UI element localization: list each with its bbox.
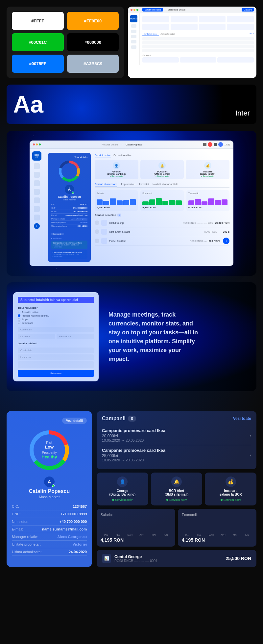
- lbl-apr-e: APR: [218, 534, 228, 536]
- camp-link-2[interactable]: ▸ verde toate: [53, 255, 86, 257]
- comment-field[interactable]: Comentarii: [18, 327, 94, 332]
- risk-label: Risk: [42, 441, 57, 445]
- radio-1[interactable]: Tradati la unitate: [18, 311, 94, 313]
- alert-svc-label: BCR Alert(SMS si E-mail): [155, 489, 199, 496]
- d-yellow: [36, 143, 38, 145]
- info-cic-val: 1234567: [73, 504, 87, 508]
- star-1: [33, 136, 34, 136]
- add-account-btn[interactable]: +: [223, 238, 229, 244]
- george-status: ● Serviciu activ: [97, 175, 136, 177]
- vezidet-btn[interactable]: Your details: [51, 156, 87, 158]
- cic-label: CIC: [51, 203, 55, 205]
- radio-label-4: Selecteaza: [22, 322, 33, 324]
- win-card-5: [142, 24, 169, 30]
- veztoare-link[interactable]: ▸ Vezi toate: [51, 237, 87, 239]
- bar-s6: [130, 199, 136, 205]
- attr-tab-unit[interactable]: Atributele unitatii: [159, 32, 177, 36]
- camp-link-1[interactable]: ▸ verde toate: [53, 246, 86, 248]
- online-dot: [72, 192, 74, 194]
- swatch-white: #FFFF: [12, 12, 64, 30]
- bar-s1: [97, 199, 103, 205]
- tab-active[interactable]: Servicii active: [95, 153, 111, 158]
- act-label: Ultima actualizare: [51, 225, 67, 227]
- win-main: Atributele mele Atributele unitatii Edit…: [140, 13, 256, 65]
- chart-tranz-title: Tranzactii:: [188, 192, 227, 194]
- bcr-full-window: Resurse Umane › Catalin Popescu 14:36 BC…: [30, 141, 233, 266]
- win-card-3: [199, 16, 226, 22]
- radio-3[interactable]: E-open: [18, 318, 94, 321]
- salariu-status-text: Serviciu activ: [224, 498, 241, 502]
- bar-t2: [195, 199, 201, 205]
- alert-status-text: Serviciu activ: [169, 498, 187, 502]
- manager-val: Alexa Georgescu: [71, 218, 87, 220]
- attr-row-4: [142, 49, 254, 52]
- nav-conturi[interactable]: Conturi si accesare: [95, 182, 117, 187]
- from-time[interactable]: De la ora: [18, 334, 55, 339]
- salariu-bars: [97, 196, 136, 205]
- info-phone-label: Nr. telefon:: [12, 520, 29, 524]
- swatch-blue: #0075FF: [12, 55, 64, 73]
- salariu-name: Incasaresalariu la BCR: [188, 170, 227, 175]
- tab-statunitati[interactable]: Statisticile noele: [142, 8, 163, 12]
- font-name: Inter: [235, 109, 250, 117]
- acc-amt-3: 200 RON: [209, 240, 220, 243]
- submit-btn[interactable]: Salveaza: [18, 370, 94, 377]
- vezi-detalii-btn[interactable]: Vezi detalii: [62, 418, 87, 424]
- logo-map-text: MAP: [35, 156, 38, 158]
- nav-investitii[interactable]: Investitii: [139, 182, 149, 187]
- acc-amt-2: 200 $: [223, 230, 229, 233]
- sidebar-i2: [131, 30, 136, 33]
- full-services-area: Servicii active Servicii inactive 👤 Geor…: [95, 153, 229, 262]
- tab-inactive[interactable]: Servicii inactive: [113, 153, 132, 158]
- meeting-title: Subiectul intalniriĭ tale va aparea aici: [18, 297, 94, 303]
- chart-economii: Economii: 4,195 RON: [140, 190, 183, 211]
- account-card-info: Contul George RO98 RNCB ---- ---- ---- 0…: [114, 554, 222, 563]
- sidebar-i3: [131, 35, 136, 38]
- edit-link[interactable]: Edit ▸: [249, 32, 254, 36]
- nav-intalniri[interactable]: Intalniri si oportunitati: [153, 182, 178, 187]
- avatar-letter-text: A: [48, 479, 51, 484]
- chevron-2: ›: [250, 452, 251, 458]
- full-cic: CIC 1234567: [51, 203, 87, 206]
- acc-name-2: Cont curent in valuta: [109, 231, 202, 233]
- bcr-full-topbar: Resurse Umane › Catalin Popescu 14:36: [30, 141, 233, 149]
- compari-card-1: [142, 57, 179, 63]
- radio-4[interactable]: Selecteaza: [18, 322, 94, 324]
- prosperity-val: Healthy: [42, 454, 57, 459]
- top-icons: 14:36: [203, 142, 230, 147]
- lbl-mar-s: MAR: [125, 534, 135, 536]
- activity-field[interactable]: O activitate: [18, 348, 94, 353]
- vezi-toate-link[interactable]: Vezi toate: [233, 416, 251, 421]
- dot-red: [131, 9, 132, 11]
- acc-num-2: RO98 RNCB ----: [204, 231, 221, 233]
- acc-row-1: ↑ Contul George RO98 RNCB ---- ---- ----…: [95, 219, 229, 227]
- full-charts-row: Salariu: 4,195 RON: [95, 190, 229, 211]
- tab-statunitati2[interactable]: Statisticile unitatii: [166, 8, 187, 12]
- attr-tab-mine[interactable]: Atributele mele: [142, 32, 159, 36]
- full-manager: Manager relatie Alexa Georgescu: [51, 217, 87, 221]
- donut-center-labels: Risk Low Prosperity Healthy: [42, 441, 57, 459]
- acc-arrow-3: ↑: [95, 239, 99, 243]
- campanii-card: Campanii 8 Vezi toate Campanie promovare…: [97, 411, 256, 469]
- info-cnp-label: CNP:: [12, 512, 20, 516]
- account-card-name: Contul George: [114, 554, 222, 559]
- avatar-icon: [218, 142, 223, 147]
- cautare-btn[interactable]: Cautare: [242, 8, 254, 12]
- breadcrumb-home: Resurse Umane: [102, 143, 118, 146]
- avatar-letter: A: [68, 187, 71, 192]
- extra-field[interactable]: [18, 361, 94, 368]
- detail-market-text: Mass Market: [12, 495, 87, 499]
- nav-imprumuturi[interactable]: Imprumuturi: [121, 182, 135, 187]
- to-time[interactable]: Pana la ora: [57, 334, 94, 339]
- notif-icon: [208, 142, 212, 147]
- address-field[interactable]: La adresa: [18, 354, 94, 360]
- chart-salariu-card-title: Salariu:: [101, 513, 171, 517]
- attr-row-1: [142, 37, 254, 40]
- phone-val: +40 700 000 000: [73, 211, 87, 213]
- radio-2[interactable]: Produse hard field operat...: [18, 314, 94, 317]
- phone-label: Nr. tel: [51, 211, 57, 213]
- salariu-svc-icon: 💰: [226, 477, 236, 487]
- lbl-mai-e: MAI: [229, 534, 240, 536]
- alert-status-dot: [166, 499, 168, 501]
- services-tabs-row: Servicii active Servicii inactive: [95, 153, 229, 158]
